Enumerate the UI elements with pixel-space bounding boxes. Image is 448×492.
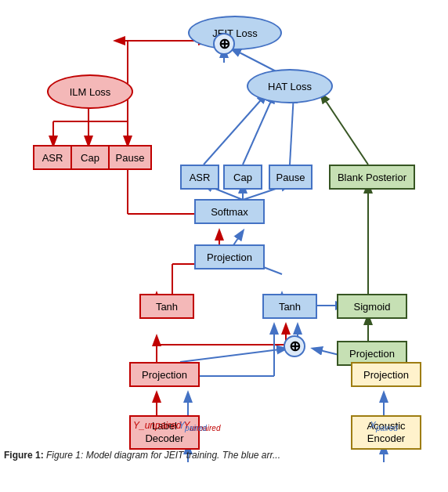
sum-bottom-symbol: ⊕ [289, 338, 301, 355]
projection-right-label: Projection [349, 348, 395, 360]
cap-right-label: Cap [233, 172, 252, 183]
figure-caption: Figure 1: Figure 1: Model diagram for JE… [4, 450, 280, 461]
y-paired-label: Ypaired [179, 420, 207, 432]
tanh-right-node: Tanh [262, 294, 317, 319]
projection-center-node: Projection [194, 244, 265, 270]
svg-line-20 [243, 94, 274, 165]
y-unpaired-label: Y_unpaired Yunpaired [133, 420, 220, 432]
asr-left-label: ASR [42, 152, 63, 164]
diagram-container: JEIT Loss ⊕ ILM Loss HAT Loss ASR Cap Pa… [0, 0, 448, 462]
cap-left-label: Cap [81, 152, 99, 164]
asr-left-node: ASR [33, 145, 72, 170]
softmax-node: Softmax [194, 199, 265, 224]
projection-bottom-left-label: Projection [142, 369, 187, 381]
pause-right-label: Pause [276, 172, 305, 183]
projection-bottom-left-node: Projection [129, 362, 200, 387]
cap-right-node: Cap [223, 165, 262, 190]
arrows-svg [0, 0, 448, 462]
projection-bottom-right-label: Projection [363, 369, 409, 381]
blank-posterior-node: Blank Posterior [329, 165, 415, 190]
tanh-left-node: Tanh [139, 294, 194, 319]
svg-line-21 [290, 94, 294, 165]
svg-line-31 [180, 349, 286, 362]
pause-left-label: Pause [116, 152, 145, 164]
hat-loss-node: HAT Loss [247, 69, 333, 103]
tanh-right-label: Tanh [279, 301, 301, 313]
sum-top-node: ⊕ [213, 33, 235, 55]
svg-line-25 [321, 94, 368, 165]
asr-right-label: ASR [190, 172, 211, 183]
ilm-loss-node: ILM Loss [47, 74, 133, 109]
cap-left-node: Cap [70, 145, 110, 170]
softmax-label: Softmax [211, 206, 248, 218]
sum-bottom-node: ⊕ [284, 335, 305, 357]
jeit-loss-node: JEIT Loss [188, 16, 282, 50]
projection-center-label: Projection [207, 251, 252, 263]
hat-loss-label: HAT Loss [268, 81, 312, 92]
sigmoid-node: Sigmoid [337, 294, 407, 319]
x-paired-label: Xpaired [370, 420, 398, 432]
pause-left-node: Pause [108, 145, 152, 170]
tanh-left-label: Tanh [156, 301, 178, 313]
ilm-loss-label: ILM Loss [70, 86, 111, 98]
blank-posterior-label: Blank Posterior [338, 172, 406, 183]
svg-line-19 [204, 94, 266, 165]
sigmoid-label: Sigmoid [354, 301, 391, 313]
pause-right-node: Pause [269, 165, 313, 190]
asr-right-node: ASR [180, 165, 219, 190]
projection-bottom-right-node: Projection [351, 362, 421, 387]
sum-top-symbol: ⊕ [219, 35, 230, 52]
